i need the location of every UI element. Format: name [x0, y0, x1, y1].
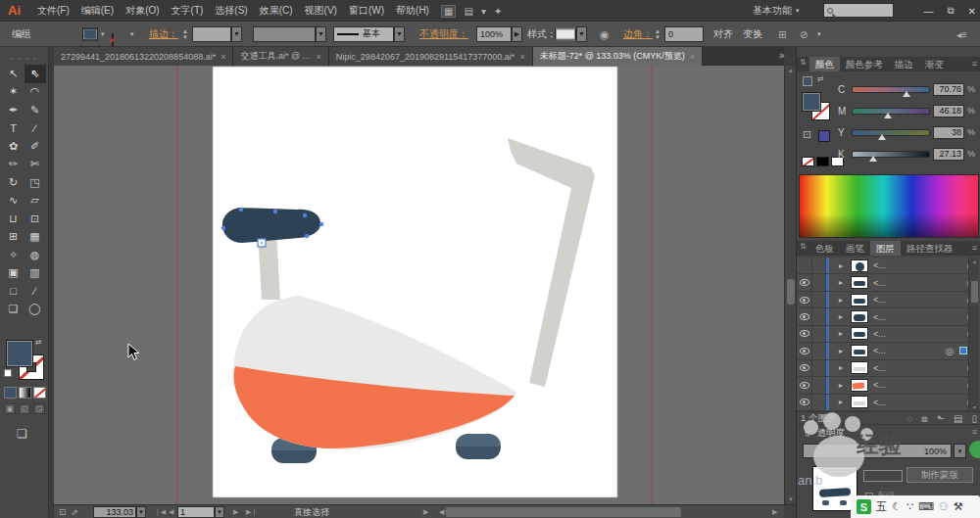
layer-row[interactable]: ▸<...◎	[797, 377, 980, 394]
layer-lock-cell[interactable]	[812, 360, 826, 376]
mask-thumbnail-slot[interactable]	[863, 470, 903, 482]
channel-value-field[interactable]: 38	[933, 126, 964, 139]
menu-item-6[interactable]: 效果(C)	[254, 4, 299, 18]
stroke-weight-field[interactable]	[192, 26, 231, 42]
slider-thumb[interactable]	[869, 156, 877, 162]
scroll-left-icon[interactable]: ◀	[439, 506, 444, 518]
document-tab[interactable]: 27299441_20180613220208854088.ai*×	[54, 47, 233, 66]
mesh-tool[interactable]: ▦	[24, 228, 46, 247]
layer-name[interactable]: <...	[873, 398, 961, 407]
style-swatch[interactable]	[555, 27, 576, 40]
rear-foot[interactable]	[456, 434, 501, 459]
keyboard-icon[interactable]: ⌨	[918, 500, 934, 513]
expand-arrow-icon[interactable]: ▸	[839, 363, 851, 372]
direct-selection-tool[interactable]: ⇖	[24, 65, 46, 83]
artboard-dropdown[interactable]: ▼	[215, 506, 224, 518]
artboard-tool[interactable]: □	[3, 282, 24, 301]
layer-row[interactable]: ▸<...◎	[797, 292, 980, 308]
layer-lock-cell[interactable]	[812, 395, 826, 410]
share-icon[interactable]: ⇗	[72, 507, 79, 517]
layer-visibility-toggle[interactable]	[797, 292, 812, 307]
fill-proxy-swatch[interactable]	[802, 92, 821, 112]
zoom-tool[interactable]: ◯	[24, 301, 46, 319]
layer-name[interactable]: <...	[873, 346, 940, 355]
layer-row[interactable]: ▸<...◎	[797, 360, 980, 377]
recolor-artwork-icon[interactable]: ◉	[600, 27, 610, 40]
shape-builder-tool[interactable]: ⊔	[3, 210, 24, 228]
layer-target-icon[interactable]: ◎	[940, 346, 959, 356]
tools-wrench-icon[interactable]: ⚒	[954, 500, 963, 513]
layer-thumbnail[interactable]	[851, 294, 868, 306]
gpu-performance-icon[interactable]: ✦	[494, 6, 502, 17]
layer-visibility-toggle[interactable]	[797, 360, 812, 376]
width-profile-arrow[interactable]: ▼	[316, 26, 326, 42]
tab-图层[interactable]: 图层	[870, 241, 901, 256]
scale-tool[interactable]: ◳	[24, 173, 46, 192]
document-tab[interactable]: 交通工具.ai* @ …×	[233, 47, 328, 66]
line-segment-tool[interactable]: ∕	[24, 119, 46, 138]
chevron-down-icon[interactable]: ▾	[481, 6, 486, 17]
expand-arrow-icon[interactable]: ▸	[839, 329, 851, 338]
constrain-icon[interactable]: ⊞	[778, 28, 786, 39]
scroll-down-icon[interactable]: ▼	[969, 404, 980, 410]
layer-name[interactable]: <...	[873, 312, 961, 322]
next-artboard-button[interactable]: ▶	[233, 506, 238, 518]
out-of-gamut-cube-icon[interactable]: ⚀	[803, 129, 811, 140]
last-color-swatch[interactable]	[803, 76, 812, 86]
navigator-icon[interactable]: ⊡	[59, 507, 67, 517]
slice-tool[interactable]: ∕	[24, 282, 46, 301]
default-fill-stroke-icon[interactable]	[4, 369, 12, 377]
expand-arrow-icon[interactable]: ▸	[839, 296, 851, 305]
document-tab[interactable]: Nipic_29842067_20190829115417377000.ai*×	[329, 47, 533, 66]
expand-arrow-icon[interactable]: ▸	[839, 381, 851, 390]
document-tab[interactable]: 未标题-72* @ 133.03% (CMYK/预览)×	[533, 47, 703, 66]
rotate-tool[interactable]: ↻	[3, 173, 24, 192]
search-box[interactable]	[823, 3, 894, 18]
layer-visibility-toggle[interactable]	[797, 343, 812, 358]
locate-object-icon[interactable]: ◌	[906, 413, 912, 425]
layer-lock-cell[interactable]	[812, 292, 826, 307]
scroll-right-icon[interactable]: ▶	[772, 506, 777, 518]
layer-lock-cell[interactable]	[812, 308, 826, 324]
menu-dots-icon[interactable]: ∵	[906, 500, 913, 513]
stroke-color-swatch[interactable]	[112, 33, 114, 46]
tab-close-icon[interactable]: ×	[690, 52, 695, 62]
close-button[interactable]: ✕	[968, 6, 976, 17]
night-mode-icon[interactable]: ☾	[892, 500, 902, 513]
width-tool[interactable]: ∿	[3, 192, 24, 211]
draw-behind-icon[interactable]: ◱	[19, 403, 30, 414]
color-mode-button[interactable]	[4, 387, 17, 399]
layer-visibility-toggle[interactable]	[797, 326, 812, 342]
opacity-label[interactable]: 不透明度：	[419, 27, 468, 41]
menu-item-9[interactable]: 帮助(H)	[390, 4, 435, 18]
curvature-tool[interactable]: ✎	[24, 101, 46, 119]
channel-slider[interactable]	[852, 129, 930, 136]
make-clip-mask-icon[interactable]: ⧈	[921, 413, 927, 425]
tab-close-icon[interactable]: ×	[519, 52, 524, 62]
tab-色板[interactable]: 色板	[809, 241, 840, 256]
document-layout-icon[interactable]: ▤	[464, 6, 472, 17]
chevron-down-icon[interactable]: ▾	[130, 30, 134, 38]
panel-menu-icon[interactable]: ≡	[972, 427, 977, 437]
layer-thumbnail[interactable]	[851, 361, 868, 374]
make-mask-button[interactable]: 制作蒙版	[906, 467, 973, 483]
menu-item-4[interactable]: 文字(T)	[166, 4, 210, 18]
corner-stepper[interactable]: ▲▼	[655, 28, 661, 39]
opacity-dropdown-arrow[interactable]: ▾	[954, 444, 966, 458]
opacity-dropdown[interactable]: 100%	[803, 444, 952, 458]
layer-row[interactable]: ▸<...◎	[797, 258, 980, 274]
draw-normal-icon[interactable]: ▣	[4, 403, 16, 414]
panel-grip[interactable]: ▪ ▪ ▪ ▪	[0, 47, 48, 65]
wubi-mode[interactable]: 五	[876, 499, 887, 514]
tab-渐变[interactable]: 渐变	[919, 57, 950, 71]
expand-arrow-icon[interactable]: ▸	[839, 261, 851, 270]
tab-颜色参考[interactable]: 颜色参考	[840, 57, 889, 71]
menu-item-7[interactable]: 视图(V)	[299, 4, 343, 18]
new-layer-icon[interactable]: ▤	[954, 413, 962, 425]
brush-definition-dropdown[interactable]: 基本	[333, 26, 394, 42]
corner-label[interactable]: 边角：	[623, 27, 653, 41]
layer-lock-cell[interactable]	[812, 377, 826, 393]
channel-slider[interactable]	[852, 108, 930, 115]
layer-row[interactable]: ▸<...◎	[797, 274, 980, 291]
layer-row[interactable]: ▸<...◎	[797, 395, 980, 411]
